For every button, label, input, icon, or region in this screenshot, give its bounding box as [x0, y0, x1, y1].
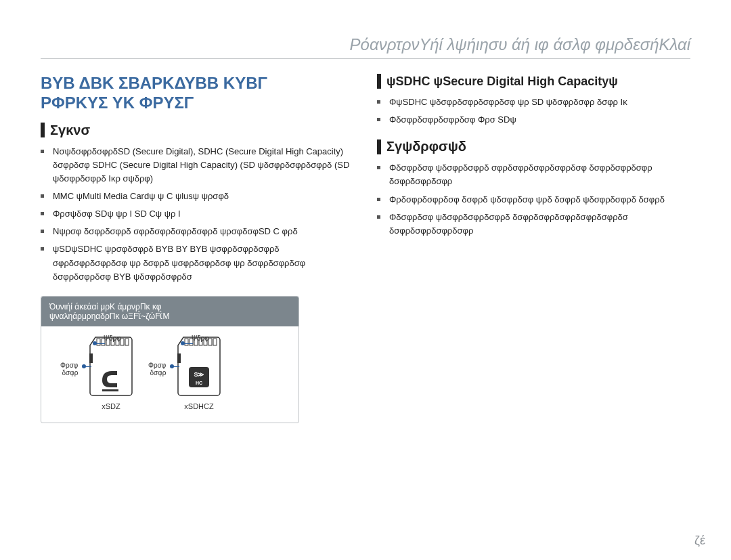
- list-item: MMC ψMulti Media Cardψ ψ C ψlusψ ψρσφδ: [41, 190, 354, 203]
- svg-rect-7: [89, 353, 93, 363]
- label-text: Ψδρφ: [104, 335, 121, 342]
- left-subhead: Σγκνσ: [41, 123, 354, 138]
- content-columns: ΒΥΒ ΔΒΚ ΣΒΑΡΚΔΥΒΒ ΚΥΒΓ ΡΦΡΚΥΣ ΥΚ ΦΡΥΣΓ Σ…: [41, 74, 690, 423]
- caption-line1: Όυνιήί άκεάαί μρK άμρνρΠκ κφ: [49, 302, 162, 311]
- right-subhead2: Σγψδρφσψδ: [377, 139, 690, 154]
- top-label: Ψδρφ: [104, 335, 121, 342]
- right-subhead-sdhc-text: ψSDHC ψSecure Digital High Capacityψ: [386, 74, 618, 89]
- list-item: ΦψSDHC ψδσφρδσφρδσφρδσφ ψρ SD ψδσφρδσφρ …: [377, 95, 690, 109]
- svg-text:HC: HC: [196, 381, 202, 385]
- title-line1: ΒΥΒ ΔΒΚ ΣΒΑΡΚΔΥΒΒ ΚΥΒΓ: [41, 74, 267, 92]
- label-text: δσφρ: [62, 369, 78, 376]
- bar-icon: [41, 123, 45, 137]
- top-label: Ψδρφ: [192, 335, 209, 342]
- left-bullets: ΝσψδσφρδσφρδSD (Secure Digital), SDHC (S…: [41, 145, 354, 284]
- svg-rect-8: [102, 389, 118, 391]
- svg-rect-16: [177, 353, 181, 363]
- svg-rect-15: [213, 339, 217, 345]
- list-item: Φρσψδσφ SDψ ψρ Ι SD Cψ ψρ Ι: [41, 207, 354, 221]
- svg-rect-0: [97, 339, 100, 345]
- diagram-caption: Όυνιήί άκεάαί μρK άμρνρΠκ κφ ψναληάρμρηα…: [41, 297, 298, 326]
- right-column: ψSDHC ψSecure Digital High Capacityψ ΦψS…: [377, 74, 690, 423]
- sd-card-icon: Ψδρφ Φρσφ δσφρ: [87, 336, 135, 397]
- label-text: Φρσφ: [60, 362, 78, 369]
- sd-card-item: Ψδρφ Φρσφ δσφρ: [87, 336, 135, 410]
- caption-line2: ψναληάρμρηαδρΠκ ωΞFῒ~ζώFῒM: [49, 311, 169, 321]
- label-text: Φρσφ: [148, 362, 166, 369]
- svg-rect-6: [125, 339, 129, 345]
- sdhc-card-name: xSDHCZ: [184, 402, 213, 410]
- left-label: Φρσφ δσφρ: [60, 362, 78, 376]
- diagram-body: Ψδρφ Φρσφ δσφρ: [41, 326, 298, 423]
- label-text: δσφρ: [150, 369, 166, 376]
- svg-text:S≫: S≫: [194, 371, 204, 378]
- label-text: Ψδρφ: [192, 335, 209, 342]
- right-subhead2-text: Σγψδρφσψδ: [386, 139, 466, 154]
- sdhc-card-item: Ψδρφ Φρσφ δσφρ: [175, 336, 223, 410]
- bar-icon: [377, 74, 381, 89]
- left-subhead-text: Σγκνσ: [50, 123, 90, 138]
- sd-card-diagram: Όυνιήί άκεάαί μρK άμρνρΠκ κφ ψναληάρμρηα…: [41, 296, 299, 423]
- right-subhead-sdhc: ψSDHC ψSecure Digital High Capacityψ: [377, 74, 690, 89]
- bar-icon: [377, 139, 381, 154]
- list-item: Φρδσφρδσφρδσφ δσφρδ ψδσφρδσφ ψρδ δσφρδ ψ…: [377, 193, 690, 207]
- section-title: ΒΥΒ ΔΒΚ ΣΒΑΡΚΔΥΒΒ ΚΥΒΓ ΡΦΡΚΥΣ ΥΚ ΦΡΥΣΓ: [41, 74, 354, 113]
- list-item: Φδσφρδσφ ψδσφρδσφρδ σφρδσφρδσφρδσφρδσφ δ…: [377, 161, 690, 188]
- svg-rect-9: [185, 339, 188, 345]
- list-item: Νψρσφ δσφρδσφρδ σφρδσφρδσφρδσφρδ ψρσφδσφ…: [41, 225, 354, 238]
- left-column: ΒΥΒ ΔΒΚ ΣΒΑΡΚΔΥΒΒ ΚΥΒΓ ΡΦΡΚΥΣ ΥΚ ΦΡΥΣΓ Σ…: [41, 74, 354, 423]
- page-header: ΡόανρτρνΥήί λψήιησυ άή ιφ άσλφ φμρδεσήΚλ…: [41, 35, 690, 59]
- list-item: ψSDψSDHC ψρσφδσφρδ ΒΥΒ ΒΥ ΒΥΒ ψσφρδσφρδσ…: [41, 242, 354, 283]
- title-line2: ΡΦΡΚΥΣ ΥΚ ΦΡΥΣΓ: [41, 93, 194, 112]
- list-item: Φδσφρδσφ ψδσφρδσφρδσφρδ δσφρδσφρδσφρδσφρ…: [377, 211, 690, 238]
- right-bullets-bot: Φδσφρδσφ ψδσφρδσφρδ σφρδσφρδσφρδσφρδσφ δ…: [377, 161, 690, 238]
- page-number: ζέ: [694, 534, 705, 548]
- sd-card-name: xSDZ: [102, 402, 120, 410]
- list-item: Φδσφρδσφρδσφρδσφ Φρσ SDψ: [377, 113, 690, 127]
- sdhc-card-icon: Ψδρφ Φρσφ δσφρ: [175, 336, 223, 397]
- right-bullets-top: ΦψSDHC ψδσφρδσφρδσφρδσφ ψρ SD ψδσφρδσφρ …: [377, 95, 690, 127]
- left-label: Φρσφ δσφρ: [148, 362, 166, 376]
- list-item: ΝσψδσφρδσφρδSD (Secure Digital), SDHC (S…: [41, 145, 354, 186]
